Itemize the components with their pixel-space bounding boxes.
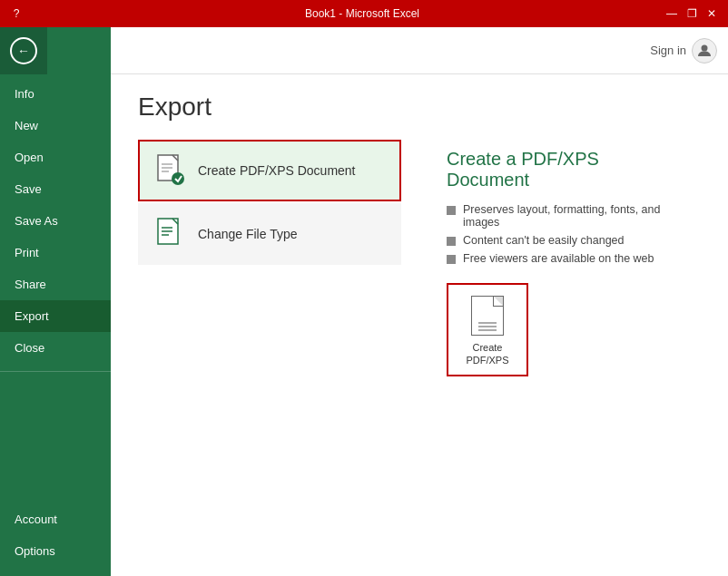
export-option-create-pdf[interactable]: Create PDF/XPS Document bbox=[138, 140, 401, 201]
create-pdf-xps-button[interactable]: CreatePDF/XPS bbox=[447, 283, 528, 376]
user-icon bbox=[692, 38, 717, 63]
change-file-type-icon bbox=[154, 218, 187, 250]
title-bar: ? Book1 - Microsoft Excel — ❐ ✕ bbox=[0, 0, 728, 27]
bullet-2: Content can't be easily changed bbox=[447, 234, 683, 247]
pdf-line-2 bbox=[478, 326, 497, 327]
sidebar-item-open[interactable]: Open bbox=[0, 142, 111, 173]
svg-point-0 bbox=[702, 44, 708, 51]
sidebar-item-info[interactable]: Info bbox=[0, 78, 111, 110]
sidebar-item-account[interactable]: Account bbox=[0, 503, 111, 535]
bullet-icon-1 bbox=[447, 206, 456, 215]
back-button[interactable]: ← bbox=[0, 27, 47, 74]
sidebar-item-save[interactable]: Save bbox=[0, 173, 111, 205]
app-container: ← Info New Open Save Save As Print Share… bbox=[0, 27, 728, 576]
sidebar-nav: Info New Open Save Save As Print Share E… bbox=[0, 78, 111, 576]
svg-point-5 bbox=[172, 172, 184, 185]
bullet-text-2: Content can't be easily changed bbox=[463, 234, 625, 247]
sidebar-item-new[interactable]: New bbox=[0, 110, 111, 142]
change-file-type-label: Change File Type bbox=[198, 227, 297, 241]
close-button[interactable]: ✕ bbox=[703, 5, 721, 23]
sidebar-item-share[interactable]: Share bbox=[0, 268, 111, 300]
minimize-button[interactable]: — bbox=[663, 5, 681, 23]
sidebar-bottom: Account Options bbox=[0, 503, 111, 576]
create-pdf-icon bbox=[154, 154, 187, 187]
help-button[interactable]: ? bbox=[7, 5, 25, 23]
bullet-icon-3 bbox=[447, 255, 456, 264]
header-bar: Sign in bbox=[111, 27, 728, 74]
restore-button[interactable]: ❐ bbox=[683, 5, 701, 23]
pdf-lines bbox=[478, 322, 497, 331]
window-title: Book1 - Microsoft Excel bbox=[62, 7, 663, 20]
sidebar-item-close[interactable]: Close bbox=[0, 332, 111, 364]
bullet-3: Free viewers are available on the web bbox=[447, 252, 683, 265]
pdf-line-3 bbox=[478, 329, 497, 331]
sign-in-label[interactable]: Sign in bbox=[650, 44, 686, 57]
export-body: Create PDF/XPS Document bbox=[138, 140, 701, 386]
create-pdf-label: Create PDF/XPS Document bbox=[198, 163, 356, 178]
sidebar-item-save-as[interactable]: Save As bbox=[0, 205, 111, 237]
sidebar-item-print[interactable]: Print bbox=[0, 237, 111, 268]
sidebar-divider bbox=[0, 371, 111, 372]
main-content: Sign in Export bbox=[111, 27, 728, 576]
page-title: Export bbox=[138, 93, 701, 122]
create-pdf-button-label: CreatePDF/XPS bbox=[466, 341, 508, 367]
back-circle-icon: ← bbox=[10, 37, 37, 64]
bullet-text-3: Free viewers are available on the web bbox=[463, 252, 654, 265]
bullet-1: Preserves layout, formatting, fonts, and… bbox=[447, 203, 683, 229]
sidebar-item-options[interactable]: Options bbox=[0, 535, 111, 567]
content-area: Export bbox=[111, 74, 728, 576]
detail-title: Create a PDF/XPS Document bbox=[447, 149, 683, 190]
pdf-line-1 bbox=[478, 322, 497, 324]
sidebar: ← Info New Open Save Save As Print Share… bbox=[0, 27, 111, 576]
export-options: Create PDF/XPS Document bbox=[138, 140, 401, 386]
bullet-icon-2 bbox=[447, 237, 456, 246]
sign-in-area: Sign in bbox=[650, 38, 717, 63]
detail-bullets: Preserves layout, formatting, fonts, and… bbox=[447, 203, 683, 265]
export-detail: Create a PDF/XPS Document Preserves layo… bbox=[428, 140, 701, 386]
bullet-text-1: Preserves layout, formatting, fonts, and… bbox=[463, 203, 683, 229]
sidebar-item-export[interactable]: Export bbox=[0, 300, 111, 332]
pdf-file-icon bbox=[471, 296, 504, 336]
export-option-change-file-type[interactable]: Change File Type bbox=[138, 203, 401, 265]
